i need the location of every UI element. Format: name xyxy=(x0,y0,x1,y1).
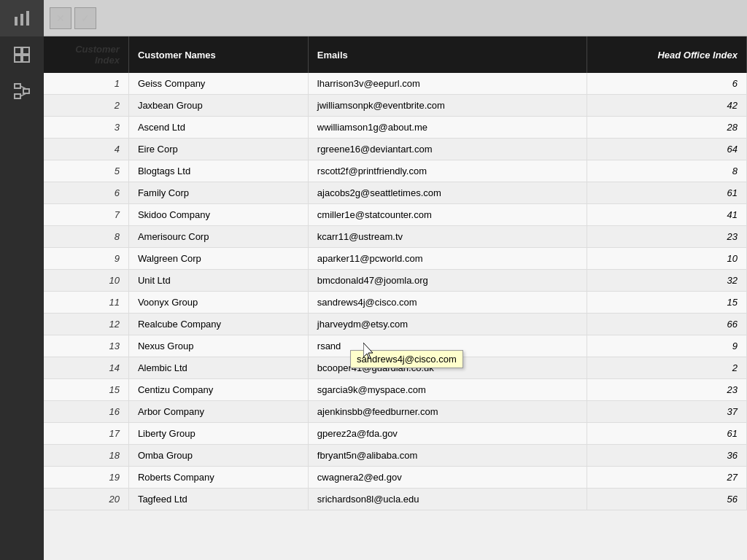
cell-index: 11 xyxy=(44,292,128,314)
table-row[interactable]: 3Ascend Ltdwwilliamson1g@about.me28 xyxy=(44,117,747,139)
cell-index: 20 xyxy=(44,489,128,510)
cell-name: Arbor Company xyxy=(128,401,308,423)
cell-name: Eire Corp xyxy=(128,139,308,160)
cell-email: srichardson8l@ucla.edu xyxy=(308,489,587,510)
cell-head-office: 61 xyxy=(587,423,747,445)
svg-rect-2 xyxy=(26,11,29,26)
cell-name: Unit Ltd xyxy=(128,270,308,292)
cell-name: Roberts Company xyxy=(128,467,308,489)
table-container[interactable]: Customer Index Customer Names Emails Hea… xyxy=(44,36,747,560)
table-row[interactable]: 13Nexus Grouprsand9 xyxy=(44,335,747,357)
table-row[interactable]: 6Family Corpajacobs2g@seattletimes.com61 xyxy=(44,182,747,204)
table-row[interactable]: 17Liberty Groupgperez2a@fda.gov61 xyxy=(44,423,747,445)
cell-email: rsand xyxy=(308,335,587,357)
cell-name: Realcube Company xyxy=(128,314,308,335)
table-row[interactable]: 16Arbor Companyajenkinsbb@feedburner.com… xyxy=(44,401,747,423)
toolbar: ✕ ✓ xyxy=(44,0,747,36)
cell-index: 18 xyxy=(44,445,128,467)
cell-head-office: 37 xyxy=(587,401,747,423)
table-row[interactable]: 12Realcube Companyjharveydm@etsy.com66 xyxy=(44,314,747,335)
header-head-office: Head Office Index xyxy=(587,36,747,73)
cell-name: Amerisourc Corp xyxy=(128,226,308,248)
svg-rect-0 xyxy=(15,17,18,26)
cell-head-office: 61 xyxy=(587,182,747,204)
cell-name: Tagfeed Ltd xyxy=(128,489,308,510)
cell-email: aparker11@pcworld.com xyxy=(308,248,587,270)
cell-index: 1 xyxy=(44,73,128,95)
table-row[interactable]: 14Alembic Ltdbcooper41@guardian.co.uk2 xyxy=(44,357,747,379)
cell-index: 19 xyxy=(44,467,128,489)
cell-email: fbryant5n@alibaba.com xyxy=(308,445,587,467)
cell-email: gperez2a@fda.gov xyxy=(308,423,587,445)
grid-icon[interactable] xyxy=(0,36,44,73)
header-email: Emails xyxy=(308,36,587,73)
cell-name: Family Corp xyxy=(128,182,308,204)
svg-rect-7 xyxy=(15,84,20,88)
cell-head-office: 6 xyxy=(587,73,747,95)
cell-head-office: 36 xyxy=(587,445,747,467)
svg-rect-4 xyxy=(23,47,29,54)
cell-email: lharrison3v@eepurl.com xyxy=(308,73,587,95)
svg-rect-6 xyxy=(23,55,29,62)
cell-email: sandrews4j@cisco.com xyxy=(308,292,587,314)
table-row[interactable]: 19Roberts Companycwagnera2@ed.gov27 xyxy=(44,467,747,489)
table-row[interactable]: 15Centizu Companysgarcia9k@myspace.com23 xyxy=(44,379,747,401)
cell-name: Voonyx Group xyxy=(128,292,308,314)
cell-head-office: 15 xyxy=(587,292,747,314)
chart-icon[interactable] xyxy=(0,0,44,36)
table-row[interactable]: 10Unit Ltdbmcdonald47@joomla.org32 xyxy=(44,270,747,292)
svg-rect-5 xyxy=(15,55,21,62)
cell-index: 6 xyxy=(44,182,128,204)
table-row[interactable]: 5Blogtags Ltdrscott2f@printfriendly.com8 xyxy=(44,160,747,182)
cell-name: Walgreen Corp xyxy=(128,248,308,270)
cell-index: 16 xyxy=(44,401,128,423)
cell-name: Alembic Ltd xyxy=(128,357,308,379)
table-header-row: Customer Index Customer Names Emails Hea… xyxy=(44,36,747,73)
table-row[interactable]: 11Voonyx Groupsandrews4j@cisco.com15 xyxy=(44,292,747,314)
cell-email: rgreene16@deviantart.com xyxy=(308,139,587,160)
cell-head-office: 10 xyxy=(587,248,747,270)
cell-index: 13 xyxy=(44,335,128,357)
cell-name: Ascend Ltd xyxy=(128,117,308,139)
cell-name: Blogtags Ltd xyxy=(128,160,308,182)
confirm-button[interactable]: ✓ xyxy=(74,7,96,29)
cell-head-office: 41 xyxy=(587,204,747,226)
table-row[interactable]: 8Amerisourc Corpkcarr11@ustream.tv23 xyxy=(44,226,747,248)
cell-head-office: 66 xyxy=(587,314,747,335)
cell-index: 2 xyxy=(44,95,128,117)
cell-head-office: 8 xyxy=(587,160,747,182)
cell-head-office: 2 xyxy=(587,357,747,379)
table-row[interactable]: 18Omba Groupfbryant5n@alibaba.com36 xyxy=(44,445,747,467)
cell-email: sgarcia9k@myspace.com xyxy=(308,379,587,401)
header-name: Customer Names xyxy=(128,36,308,73)
cell-head-office: 23 xyxy=(587,226,747,248)
cell-head-office: 9 xyxy=(587,335,747,357)
close-button[interactable]: ✕ xyxy=(50,7,71,29)
diagram-icon[interactable] xyxy=(0,73,44,109)
table-row[interactable]: 2Jaxbean Groupjwilliamsonpk@eventbrite.c… xyxy=(44,95,747,117)
cell-head-office: 64 xyxy=(587,139,747,160)
main-content: ✕ ✓ Customer Index Customer Names Emails… xyxy=(44,0,747,560)
table-row[interactable]: 1Geiss Companylharrison3v@eepurl.com6 xyxy=(44,73,747,95)
table-row[interactable]: 9Walgreen Corpaparker11@pcworld.com10 xyxy=(44,248,747,270)
cell-index: 5 xyxy=(44,160,128,182)
cell-head-office: 56 xyxy=(587,489,747,510)
cell-index: 14 xyxy=(44,357,128,379)
cell-index: 15 xyxy=(44,379,128,401)
table-row[interactable]: 7Skidoo Companycmiller1e@statcounter.com… xyxy=(44,204,747,226)
cell-email: jharveydm@etsy.com xyxy=(308,314,587,335)
cell-index: 3 xyxy=(44,117,128,139)
table-row[interactable]: 20Tagfeed Ltdsrichardson8l@ucla.edu56 xyxy=(44,489,747,510)
cell-email: rscott2f@printfriendly.com xyxy=(308,160,587,182)
cell-email: wwilliamson1g@about.me xyxy=(308,117,587,139)
cell-index: 8 xyxy=(44,226,128,248)
cell-email: jwilliamsonpk@eventbrite.com xyxy=(308,95,587,117)
table-row[interactable]: 4Eire Corprgreene16@deviantart.com64 xyxy=(44,139,747,160)
cell-name: Jaxbean Group xyxy=(128,95,308,117)
sidebar xyxy=(0,0,44,560)
header-index: Customer Index xyxy=(44,36,128,73)
cell-name: Skidoo Company xyxy=(128,204,308,226)
cell-email: kcarr11@ustream.tv xyxy=(308,226,587,248)
cell-name: Omba Group xyxy=(128,445,308,467)
svg-rect-8 xyxy=(23,89,29,93)
